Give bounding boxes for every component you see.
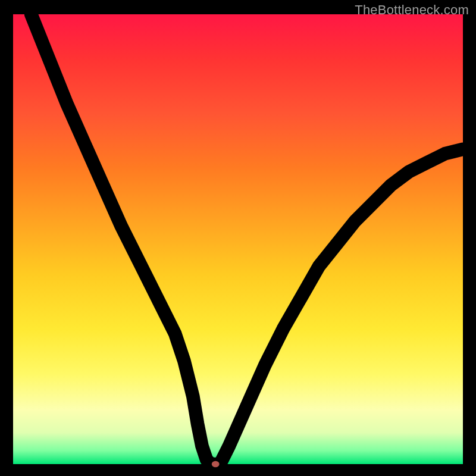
chart-container: TheBottleneck.com — [0, 0, 476, 476]
min-marker — [212, 461, 220, 468]
watermark-text: TheBottleneck.com — [355, 2, 469, 18]
plot-area — [13, 14, 463, 464]
bottleneck-curve — [31, 14, 463, 464]
curve-svg — [13, 14, 463, 464]
